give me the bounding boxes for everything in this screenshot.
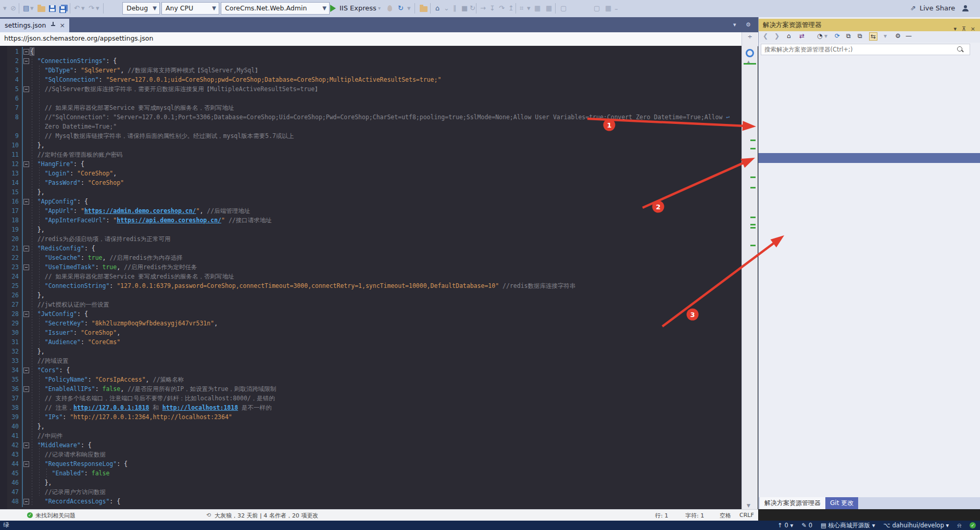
live-share-label[interactable]: Live Share [920, 4, 955, 13]
editor-scrollbar[interactable]: ÷ ▲ ▼ [742, 32, 758, 510]
code-line[interactable]: 7 // 如果采用容器化部署Service 要写成mysql的服务名，否则写地址 [0, 103, 742, 112]
column-indicator[interactable]: 字符: 1 [685, 512, 704, 520]
fold-marker-icon[interactable] [23, 368, 29, 373]
code-line[interactable]: 3 "DbType": "SqlServer", //数据库将支持两种模式【Sq… [0, 66, 742, 75]
tree-item[interactable]: Doc.xml [758, 241, 980, 251]
tree-item[interactable]: ▷Startup.cs [758, 280, 980, 289]
code-line[interactable]: 26 }, [0, 291, 742, 300]
panel-title[interactable]: 解决方案资源管理器 ▾ ⊼ × [759, 19, 980, 31]
fold-marker-icon[interactable] [23, 264, 29, 270]
code-line[interactable]: 28 "JwtConfig": { [0, 309, 742, 319]
refresh-icon[interactable]: ⟳ [835, 32, 840, 40]
code-line[interactable]: 45 "Enabled": false [0, 469, 742, 478]
tree-item[interactable]: NLog.config [758, 260, 980, 270]
tree-item[interactable]: Dockerfile [758, 250, 980, 260]
tab-solution-explorer[interactable]: 解决方案资源管理器 [760, 497, 825, 509]
code-line[interactable]: 42 "Middleware": { [0, 440, 742, 450]
editor-options-gear-icon[interactable]: ⚙ [746, 21, 751, 28]
eol-indicator[interactable]: CRLF [739, 512, 754, 519]
fold-marker-icon[interactable] [23, 461, 29, 467]
code-line[interactable]: 47 //记录用户方访问数据 [0, 487, 742, 497]
code-line[interactable]: 46 }, [0, 478, 742, 487]
pending-edits-button[interactable]: ✎ 0 [801, 522, 812, 529]
search-box[interactable] [761, 44, 970, 55]
fold-marker-icon[interactable] [23, 386, 29, 392]
code-line[interactable]: 33 //跨域设置 [0, 356, 742, 365]
sync-with-active-document-icon[interactable]: ⇆ [869, 32, 877, 41]
search-input[interactable] [763, 45, 953, 54]
code-line[interactable]: 17 "AppUrl": "https://admin.demo.coresho… [0, 206, 742, 216]
code-line[interactable]: 32 }, [0, 347, 742, 356]
live-share-icon[interactable]: ⇗ [910, 4, 916, 13]
code-line[interactable]: 24 // 如果采用容器化部署Service 要写成redis的服务名，否则写地… [0, 272, 742, 281]
fold-marker-icon[interactable] [23, 311, 29, 317]
code-line[interactable]: 15 }, [0, 187, 742, 197]
fold-marker-icon[interactable] [23, 499, 29, 504]
code-line[interactable]: 30 "Issuer": "CoreShop", [0, 328, 742, 337]
code-line[interactable]: 8 //"SqlConnection": "Server=127.0.0.1;P… [0, 112, 742, 122]
code-line[interactable]: 44 "RequestResponseLog": { [0, 459, 742, 469]
tree-item[interactable]: ▷illegalWord [758, 212, 980, 222]
tab-git-changes[interactable]: Git 更改 [825, 497, 858, 509]
code-line[interactable]: 16 "AppConfig": { [0, 197, 742, 206]
tree-item[interactable]: ▷Properties [758, 173, 980, 183]
code-area[interactable]: 1{2 "ConnectionStrings": {3 "DbType": "S… [0, 0, 742, 530]
code-line[interactable]: 4 "SqlConnection": "Server=127.0.0.1;uid… [0, 75, 742, 84]
code-line[interactable]: 35 "PolicyName": "CorsIpAccess", //策略名称 [0, 375, 742, 384]
tree-item[interactable]: ▷2.Entity [758, 85, 980, 95]
tree-item[interactable]: ▷WxPayCert [758, 221, 980, 231]
tree-item[interactable]: ◢CoreCms.Net.Web.WebApi [758, 153, 980, 163]
code-line[interactable]: 38 // 注意，http://127.0.0.1:1818 和 http://… [0, 403, 742, 412]
code-line[interactable]: 31 "Audience": "CoreCms" [0, 337, 742, 347]
code-line[interactable]: 27 //jwt授权认证的一些设置 [0, 300, 742, 309]
pending-changes-filter-icon[interactable]: ◔ [817, 32, 822, 40]
switch-views-icon[interactable]: ⇄ [799, 32, 805, 40]
line-indicator[interactable]: 行: 1 [655, 512, 668, 520]
tree-item[interactable]: ▷wwwroot [758, 182, 980, 192]
fold-marker-icon[interactable] [23, 86, 29, 92]
tree-item[interactable]: Connected Services [758, 163, 980, 173]
code-line[interactable]: 34 "Cors": { [0, 365, 742, 375]
code-line[interactable]: 48 "RecordAccessLogs": { [0, 497, 742, 506]
code-line[interactable]: 6 [0, 94, 742, 103]
notifications-bell-icon[interactable]: ⍾ [957, 522, 961, 529]
git-blame-label[interactable]: 大灰狼，32 天前 | 4 名作者，20 项更改 [215, 512, 318, 520]
fold-marker-icon[interactable] [23, 199, 29, 205]
fold-marker-icon[interactable] [23, 246, 29, 251]
code-line[interactable]: 29 "SecretKey": "8kh2luzmp0oq9wfbdeasygj… [0, 319, 742, 328]
code-line[interactable]: 11 //定时任务管理面板的账户密码 [0, 150, 742, 159]
code-line[interactable]: 14 "PassWord": "CoreShop" [0, 178, 742, 187]
filter-caret-icon[interactable]: ▾ [824, 32, 827, 40]
code-line[interactable]: 23 "UseTimedTask": true, //启用redis作为定时任务 [0, 262, 742, 272]
fold-marker-icon[interactable] [23, 49, 29, 55]
fold-marker-icon[interactable] [23, 161, 29, 167]
preview-icon[interactable]: — [906, 32, 912, 40]
back-icon[interactable]: ❮ [763, 32, 768, 40]
code-line[interactable]: 40 }, [0, 422, 742, 431]
code-line[interactable]: 36 "EnableAllIPs": false, //是否应用所有的IP，如设… [0, 384, 742, 394]
collapse-all-icon[interactable]: ⧉ [846, 32, 851, 40]
sync-caret-icon[interactable]: ▾ [884, 32, 887, 40]
fold-marker-icon[interactable] [23, 443, 29, 448]
search-icon[interactable] [957, 46, 962, 52]
code-line[interactable]: 39 "IPs": "http://127.0.0.1:2364,http://… [0, 412, 742, 422]
tree-item[interactable]: ▷依赖项 [758, 192, 980, 202]
tree-item[interactable]: ▷appsettings.json [758, 231, 980, 241]
code-line[interactable]: 21 "RedisConfig": { [0, 244, 742, 253]
code-line[interactable]: 37 // 支持多个域名端口，注意端口号后不要带/斜杆：比如localhost:… [0, 394, 742, 403]
split-window-icon[interactable]: ÷ [746, 34, 754, 40]
tree-item[interactable]: ▷5.WeChat [758, 115, 980, 124]
tree-item[interactable]: 解决方案"CoreShop"(22 个项目, 共 22 个) [758, 66, 980, 75]
user-account-icon[interactable] [962, 5, 969, 11]
whitespace-indicator[interactable]: 空格 [720, 512, 731, 520]
branch-button[interactable]: ⌥ dahuihui/develop ▾ [883, 522, 949, 529]
outgoing-commits-button[interactable]: ↑ 0 ▾ [777, 522, 793, 529]
tree-item[interactable]: ▷4.Repository [758, 105, 980, 115]
tree-item[interactable]: ▷3.Services [758, 95, 980, 105]
code-line[interactable]: 22 "UseCache": true, //启用redis作为内存选择 [0, 253, 742, 262]
code-line[interactable]: 13 "Login": "CoreShop", [0, 169, 742, 178]
code-line[interactable]: 1{ [0, 47, 742, 56]
home-icon[interactable]: ⌂ [787, 32, 791, 40]
scroll-down-icon[interactable]: ▼ [747, 503, 750, 508]
tree-item[interactable]: ▷1.Core [758, 75, 980, 85]
